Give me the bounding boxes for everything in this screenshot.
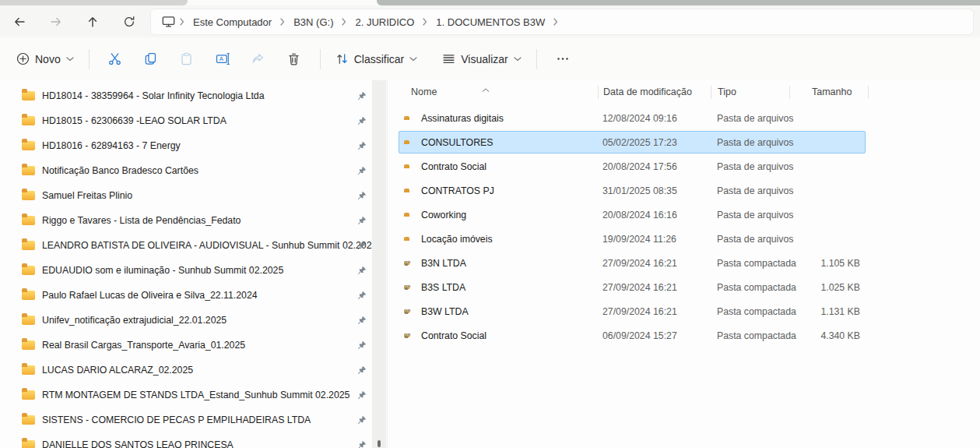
folder-icon [22,216,35,225]
share-icon [251,52,265,65]
view-button[interactable]: Visualizar [435,48,528,70]
pushpin-icon [357,190,366,204]
back-button[interactable] [8,11,31,33]
column-header-date[interactable]: Data de modificação [603,86,692,97]
file-row[interactable]: CONTRATOS PJ 31/01/2025 08:35 Pasta de a… [399,179,866,202]
file-type: Pasta de arquivos [717,185,793,196]
breadcrumb-item[interactable]: 1. DOCUMENTOS B3W [436,16,545,28]
tab-strip-left [0,0,188,5]
pinned-folder-item[interactable]: HD18015 - 62306639 -LEAO SOLAR LTDA [0,108,372,133]
pinned-folder-item[interactable]: Real Brasil Cargas_Transporte_Avaria_01.… [0,333,372,358]
chevron-down-icon [409,57,417,62]
file-row[interactable]: B3N LTDA 27/09/2024 16:21 Pasta compacta… [399,252,866,274]
up-button[interactable] [81,11,104,33]
more-options-button[interactable] [548,46,578,72]
chevron-down-icon [514,57,522,62]
file-row[interactable]: Contrato Social 06/09/2024 15:27 Pasta c… [399,324,866,347]
column-header-name[interactable]: Nome [411,86,437,97]
file-row[interactable]: Locação imóveis 19/09/2024 11:26 Pasta d… [399,228,866,250]
column-separator[interactable] [598,86,599,99]
share-button[interactable] [244,46,273,72]
chevron-down-icon [66,57,74,62]
delete-button[interactable] [279,46,309,72]
pinned-folder-item[interactable]: LUCAS DARIO ALCARAZ_02.2025 [0,358,372,383]
paste-button[interactable] [172,46,202,72]
content-area: HD18014 - 38359964 - Solar Infinity Tecn… [0,80,980,448]
column-separator[interactable] [711,86,711,99]
folder-icon [22,91,35,101]
rename-button[interactable]: A [208,46,237,72]
pinned-folder-item[interactable]: EDUAUDIO som e iluminação - Sunhub Summi… [0,258,372,283]
left-pane-scrollbar[interactable] [372,80,386,448]
file-type: Pasta de arquivos [717,113,793,124]
breadcrumb-item[interactable]: 2. JURIDICO [355,16,414,28]
pinned-folder-item[interactable]: HD18014 - 38359964 - Solar Infinity Tecn… [0,83,372,108]
column-header-size[interactable]: Tamanho [812,86,852,97]
pinned-folder-item[interactable]: SISTENS - COMERCIO DE PECAS P EMPILHADEI… [0,407,372,432]
svg-text:A: A [219,55,223,62]
scissors-icon [108,52,121,65]
column-separator[interactable] [789,86,790,99]
file-type: Pasta compactada [717,306,796,317]
file-type: Pasta compactada [717,282,796,293]
file-type: Pasta de arquivos [717,137,793,148]
pushpin-icon [357,315,366,329]
view-button-label: Visualizar [461,53,508,65]
forward-button[interactable] [44,11,68,33]
pinned-folder-name: DANIELLE DOS SANTOS LEAO PRINCESA [42,439,234,448]
file-row[interactable]: Assinaturas digitais 12/08/2024 09:16 Pa… [399,107,866,129]
pinned-folder-name: LUCAS DARIO ALCARAZ_02.2025 [42,365,193,376]
breadcrumb-item[interactable]: B3N (G:) [293,16,333,28]
pinned-folder-name: HD18014 - 38359964 - Solar Infinity Tecn… [42,90,265,101]
column-header-type[interactable]: Tipo [718,86,736,97]
cut-button[interactable] [100,46,130,72]
copy-button[interactable] [136,46,166,72]
arrow-left-icon [13,16,26,28]
refresh-button[interactable] [118,11,141,33]
ellipsis-icon [556,52,570,65]
folder-icon [22,440,35,448]
file-row[interactable]: CONSULTORES 05/02/2025 17:23 Pasta de ar… [399,131,866,153]
pinned-folder-name: Riggo e Tavares - Lista de Pendências_Fe… [42,215,241,226]
file-row[interactable]: B3W LTDA 27/09/2024 16:21 Pasta compacta… [399,300,866,323]
chevron-right-icon [553,18,558,26]
pinned-folder-item[interactable]: Unifev_notificação extrajudicial_22.01.2… [0,308,372,333]
pushpin-icon [357,340,366,354]
chevron-right-icon [423,18,427,26]
file-row[interactable]: Coworking 20/08/2024 16:16 Pasta de arqu… [399,203,866,226]
pinned-folder-item[interactable]: Samuel Freitas Plinio [0,183,372,208]
arrow-up-icon [86,16,99,28]
file-name: CONTRATOS PJ [421,185,494,196]
address-bar[interactable]: Este ComputadorB3N (G:)2. JURIDICO1. DOC… [150,9,974,35]
chevron-right-icon [180,18,184,26]
pushpin-icon [357,115,366,129]
pinned-folder-item[interactable]: RTM MONTAGEM DE STANDS LTDA_Estand_Sunhu… [0,383,372,407]
file-date-modified: 31/01/2025 08:35 [602,185,677,196]
scrollbar-thumb[interactable] [378,440,381,447]
clipboard-icon [180,52,193,65]
pinned-folder-item[interactable]: DANIELLE DOS SANTOS LEAO PRINCESA [0,432,372,448]
file-row[interactable]: B3S LTDA 27/09/2024 16:21 Pasta compacta… [399,276,866,298]
trash-icon [287,52,300,65]
pinned-folder-item[interactable]: Notificação Banco Bradesco Cartões [0,158,372,183]
folder-icon [22,116,35,125]
pinned-folder-name: Notificação Banco Bradesco Cartões [42,165,198,176]
file-name: Locação imóveis [421,234,493,245]
pinned-folder-name: RTM MONTAGEM DE STANDS LTDA_Estand_Sunhu… [42,390,349,400]
pushpin-icon [357,215,366,229]
file-row[interactable]: Contrato Social 20/08/2024 17:56 Pasta d… [399,155,866,178]
pinned-folder-item[interactable]: Riggo e Tavares - Lista de Pendências_Fe… [0,208,372,233]
toolbar-divider [89,49,90,69]
breadcrumb-item[interactable]: Este Computador [193,16,272,28]
new-button[interactable]: Novo [9,48,81,70]
sort-button[interactable]: Classificar [328,48,425,70]
folder-icon [22,191,35,200]
pinned-folder-item[interactable]: LEANDRO BATISTA DE OLIVEIRA - AUDIOVISUA… [0,233,372,258]
pinned-folder-item[interactable]: HD18016 - 62894163 - 7 Energy [0,133,372,158]
computer-icon [162,16,175,28]
file-name: CONSULTORES [421,137,493,148]
pinned-folder-item[interactable]: Paulo Rafael Lucas de Oliveira e Silva_2… [0,283,372,308]
file-type: Pasta de arquivos [717,234,793,245]
file-type: Pasta de arquivos [717,161,793,172]
column-separator[interactable] [868,86,869,99]
